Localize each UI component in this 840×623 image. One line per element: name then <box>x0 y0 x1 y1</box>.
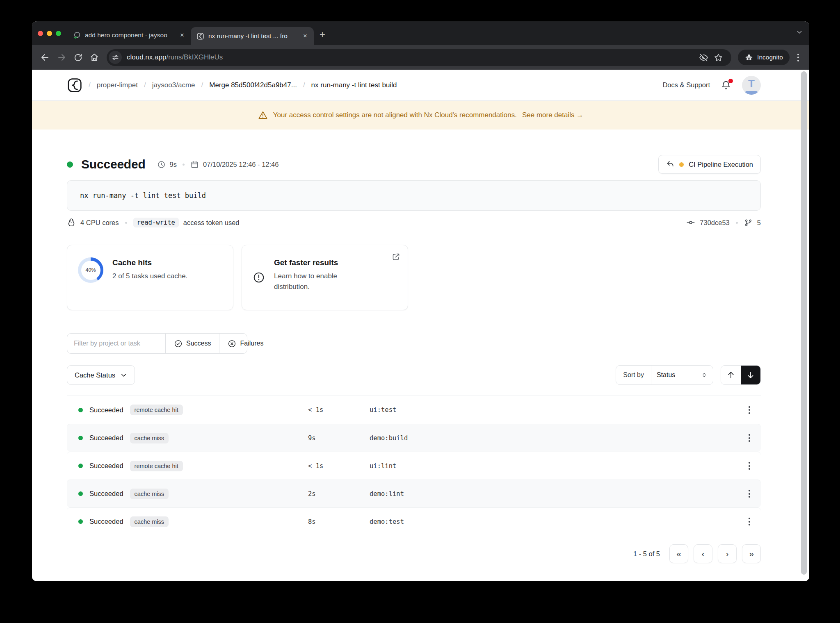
sort-descending-button[interactable] <box>741 366 760 384</box>
sort-by-label: Sort by <box>616 366 651 384</box>
user-avatar[interactable]: T <box>742 76 761 95</box>
tab-strip: add hero component · jaysoo × nx run-man… <box>32 21 809 45</box>
url-host: cloud.nx.app <box>127 53 166 61</box>
pagination: 1 - 5 of 5 « ‹ › » <box>67 544 761 563</box>
close-window-button[interactable] <box>38 31 43 36</box>
back-button[interactable] <box>37 49 53 66</box>
chevron-down-icon <box>120 372 127 379</box>
row-duration: < 1s <box>308 406 370 414</box>
sort-ascending-button[interactable] <box>721 366 741 384</box>
breadcrumb-commit[interactable]: Merge 85d500f42d5a9b47... <box>209 81 297 89</box>
row-status-dot <box>78 491 83 496</box>
row-menu-button[interactable] <box>745 403 753 417</box>
breadcrumb-workspace[interactable]: proper-limpet <box>97 81 138 89</box>
table-row[interactable]: Succeeded remote cache hit < 1s ui:test <box>67 396 761 424</box>
nx-cloud-logo[interactable] <box>67 77 82 93</box>
nx-cloud-favicon <box>196 32 204 40</box>
filter-failures-button[interactable]: Failures <box>219 334 272 353</box>
reload-button[interactable] <box>70 49 86 66</box>
check-circle-icon <box>174 339 183 348</box>
breadcrumb-separator: / <box>297 81 311 89</box>
linux-icon <box>67 218 76 227</box>
tab-search-chevron-icon[interactable] <box>795 28 803 36</box>
run-command: nx run-many -t lint test build <box>67 180 761 211</box>
sort-value: Status <box>657 371 675 379</box>
faster-card-title: Get faster results <box>274 258 360 267</box>
run-meta-row: 4 CPU cores read-write access token used… <box>67 218 761 227</box>
row-task: demo:test <box>370 518 738 525</box>
dot-separator <box>736 222 738 224</box>
browser-menu-button[interactable] <box>792 51 804 64</box>
row-task: ui:test <box>370 406 738 414</box>
row-duration: < 1s <box>308 462 370 470</box>
run-status-dot <box>67 161 73 168</box>
run-duration: 9s <box>170 161 177 168</box>
pipeline-status-dot <box>679 162 684 167</box>
row-menu-button[interactable] <box>745 487 753 501</box>
site-settings-icon[interactable] <box>109 51 122 64</box>
table-row[interactable]: Succeeded remote cache hit < 1s ui:lint <box>67 452 761 480</box>
forward-button[interactable] <box>53 49 70 66</box>
x-circle-icon <box>228 339 236 348</box>
faster-results-card[interactable]: Get faster results Learn how to enable d… <box>242 245 408 310</box>
previous-page-button[interactable]: ‹ <box>694 544 712 563</box>
row-menu-button[interactable] <box>745 459 753 473</box>
row-status: Succeeded <box>89 406 123 414</box>
breadcrumb-separator: / <box>82 81 97 89</box>
page-scrollbar[interactable] <box>801 71 807 575</box>
cache-status-dropdown[interactable]: Cache Status <box>67 365 135 385</box>
tab-pull-request[interactable]: add hero component · jaysoo × <box>68 21 191 45</box>
row-task: ui:lint <box>370 462 738 470</box>
new-tab-button[interactable]: + <box>314 29 333 45</box>
commit-icon <box>686 218 695 227</box>
avatar-letter: T <box>748 77 755 90</box>
home-button[interactable] <box>86 49 103 66</box>
bookmark-star-icon[interactable] <box>711 50 726 65</box>
filter-input[interactable] <box>67 334 165 353</box>
row-status: Succeeded <box>89 434 123 442</box>
row-status-dot <box>78 464 83 468</box>
zoom-window-button[interactable] <box>56 31 61 36</box>
filter-success-button[interactable]: Success <box>165 334 219 353</box>
browser-window: add hero component · jaysoo × nx run-man… <box>32 21 809 581</box>
row-status: Succeeded <box>89 490 123 498</box>
docs-support-link[interactable]: Docs & Support <box>662 81 710 89</box>
table-row[interactable]: Succeeded cache miss 8s demo:test <box>67 507 761 535</box>
url-path: /runs/BkIXGHleUs <box>166 53 223 61</box>
breadcrumb-run[interactable]: nx run-many -t lint test build <box>311 81 397 89</box>
row-status: Succeeded <box>89 462 123 470</box>
url-text: cloud.nx.app/runs/BkIXGHleUs <box>127 53 223 61</box>
breadcrumb-separator: / <box>138 81 152 89</box>
next-page-button[interactable]: › <box>718 544 737 563</box>
failures-label: Failures <box>240 340 263 347</box>
dot-separator <box>183 164 185 166</box>
table-row[interactable]: Succeeded cache miss 2s demo:lint <box>67 480 761 507</box>
incognito-icon <box>744 53 753 62</box>
incognito-label: Incognito <box>757 54 783 61</box>
incognito-badge: Incognito <box>738 50 790 65</box>
alert-circle-icon <box>253 271 265 310</box>
close-tab-icon[interactable]: × <box>178 31 186 39</box>
row-status-dot <box>78 519 83 524</box>
minimize-window-button[interactable] <box>47 31 52 36</box>
close-tab-icon[interactable]: × <box>301 32 309 40</box>
cpu-cores-label: 4 CPU cores <box>80 219 119 227</box>
address-bar[interactable]: cloud.nx.app/runs/BkIXGHleUs <box>107 49 731 66</box>
clock-icon <box>157 160 166 169</box>
eye-off-icon[interactable] <box>696 50 711 65</box>
ci-pipeline-execution-button[interactable]: CI Pipeline Execution <box>658 155 761 174</box>
row-status: Succeeded <box>89 518 123 525</box>
breadcrumb-repo[interactable]: jaysoo3/acme <box>152 81 195 89</box>
table-row[interactable]: Succeeded cache miss 9s demo:build <box>67 424 761 452</box>
last-page-button[interactable]: » <box>742 544 761 563</box>
external-link-icon[interactable] <box>392 252 400 261</box>
commit-sha[interactable]: 730dce53 <box>700 219 730 227</box>
row-menu-button[interactable] <box>745 431 753 445</box>
access-token-note: access token used <box>183 219 240 227</box>
banner-see-more-link[interactable]: See more details → <box>522 111 583 119</box>
notifications-bell-icon[interactable] <box>721 80 731 91</box>
first-page-button[interactable]: « <box>669 544 688 563</box>
tab-nx-run[interactable]: nx run-many -t lint test ... fro × <box>191 27 314 45</box>
sort-field-select[interactable]: Status <box>651 366 713 384</box>
row-menu-button[interactable] <box>745 514 753 529</box>
